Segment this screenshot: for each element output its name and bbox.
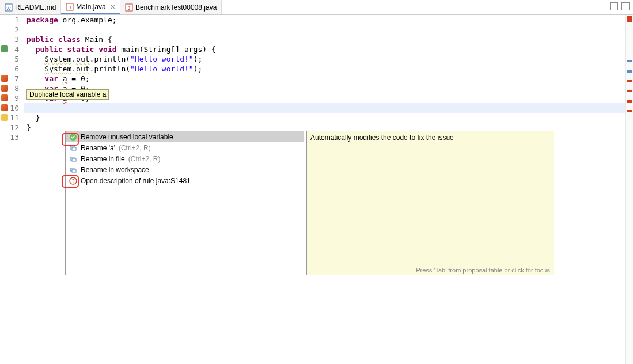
svg-rect-8 bbox=[72, 147, 76, 150]
annotation-box bbox=[62, 175, 79, 188]
quickfix-item[interactable]: ?Open description of rule java:S1481 bbox=[66, 175, 304, 186]
tab-label: Main.java bbox=[76, 3, 105, 11]
line-number: 1 bbox=[0, 15, 19, 25]
code-line[interactable]: } bbox=[26, 113, 633, 123]
tab[interactable]: JMain.java× bbox=[61, 0, 120, 14]
ruler-mark[interactable] bbox=[627, 100, 632, 103]
description-footer: Press 'Tab' from proposal table or click… bbox=[416, 267, 550, 274]
minimize-icon[interactable] bbox=[610, 2, 618, 10]
line-number: 11 bbox=[0, 113, 19, 123]
quickfix-item[interactable]: Remove unused local variable bbox=[66, 131, 304, 142]
java-file-icon: J bbox=[125, 3, 133, 12]
run-marker-icon[interactable] bbox=[1, 46, 8, 52]
line-number: 7 bbox=[0, 74, 19, 84]
tab-label: BenchmarkTest00008.java bbox=[135, 3, 217, 12]
svg-text:J: J bbox=[69, 5, 71, 10]
line-number: 5 bbox=[0, 54, 19, 64]
code-line[interactable]: var a = 0; bbox=[26, 93, 633, 103]
line-number: 8 bbox=[0, 84, 19, 93]
quickfix-panel[interactable]: Remove unused local variableRename 'a' (… bbox=[65, 131, 304, 275]
quickfix-item[interactable]: Rename 'a' (Ctrl+2, R) bbox=[66, 142, 304, 153]
quickfix-label: Rename in file bbox=[81, 155, 125, 163]
annotation-box bbox=[62, 133, 79, 146]
description-panel[interactable]: Automatically modifies the code to fix t… bbox=[306, 131, 554, 275]
ruler-mark[interactable] bbox=[627, 90, 632, 92]
tab[interactable]: WREADME.md bbox=[0, 0, 61, 14]
svg-rect-12 bbox=[72, 169, 76, 172]
ruler-mark[interactable] bbox=[627, 80, 632, 82]
line-number: 13 bbox=[0, 132, 19, 142]
ruler-mark[interactable] bbox=[627, 60, 632, 62]
code-line[interactable]: var a = 0; bbox=[26, 74, 633, 84]
error-summary-icon bbox=[627, 16, 632, 22]
quickfix-label: Remove unused local variable bbox=[81, 133, 173, 141]
quickfix-hint: (Ctrl+2, R) bbox=[128, 155, 161, 163]
ruler-mark[interactable] bbox=[627, 110, 632, 112]
tab[interactable]: JBenchmarkTest00008.java bbox=[120, 0, 222, 14]
line-number: 6 bbox=[0, 64, 19, 74]
rename-icon bbox=[69, 155, 77, 163]
overview-ruler[interactable] bbox=[625, 15, 633, 364]
rename-icon bbox=[69, 166, 77, 174]
tab-label: README.md bbox=[15, 3, 56, 12]
svg-rect-10 bbox=[72, 158, 76, 161]
close-icon[interactable]: × bbox=[111, 2, 115, 12]
ruler-mark[interactable] bbox=[627, 70, 632, 73]
code-line[interactable]: System.out.println("Hello world!"); bbox=[26, 54, 633, 64]
quickfix-label: Rename 'a' bbox=[81, 144, 115, 152]
code-line[interactable]: public static void main(String[] args) { bbox=[26, 44, 633, 54]
quickfix-hint: (Ctrl+2, R) bbox=[119, 144, 151, 152]
line-number: 2 bbox=[0, 25, 19, 35]
line-gutter: 12345678910111213 bbox=[0, 15, 24, 364]
bug-marker-icon[interactable] bbox=[1, 75, 8, 82]
code-line[interactable]: package org.example; bbox=[26, 15, 633, 25]
quickfix-label: Rename in workspace bbox=[81, 166, 149, 174]
tab-bar: WREADME.mdJMain.java×JBenchmarkTest00008… bbox=[0, 0, 633, 15]
bug-marker-icon[interactable] bbox=[1, 85, 8, 92]
svg-text:W: W bbox=[6, 6, 11, 11]
error-tooltip: Duplicate local variable a bbox=[26, 89, 109, 100]
line-number: 9 bbox=[0, 93, 19, 103]
svg-text:J: J bbox=[128, 5, 131, 11]
code-line[interactable]: System.out.println("Hello world!"); bbox=[26, 64, 633, 74]
doc-file-icon: W bbox=[5, 3, 13, 12]
line-number: 12 bbox=[0, 123, 19, 132]
line-number: 3 bbox=[0, 35, 19, 44]
quickfix-item[interactable]: Rename in file (Ctrl+2, R) bbox=[66, 153, 304, 164]
code-line[interactable]: var a = 0; bbox=[26, 84, 633, 93]
line-number: 10 bbox=[0, 103, 19, 113]
bug-marker-icon[interactable] bbox=[1, 104, 8, 111]
description-body: Automatically modifies the code to fix t… bbox=[307, 131, 554, 144]
quickfix-label: Open description of rule java:S1481 bbox=[81, 177, 191, 185]
bug-marker-icon[interactable] bbox=[1, 94, 8, 101]
code-line[interactable]: public class Main { bbox=[26, 35, 633, 44]
java-file-icon: J bbox=[66, 3, 74, 11]
code-line[interactable] bbox=[26, 25, 633, 35]
warn-marker-icon[interactable] bbox=[1, 114, 8, 121]
quickfix-item[interactable]: Rename in workspace bbox=[66, 164, 304, 175]
maximize-icon[interactable] bbox=[621, 2, 630, 10]
line-number: 4 bbox=[0, 44, 19, 54]
code-line[interactable] bbox=[26, 103, 633, 113]
